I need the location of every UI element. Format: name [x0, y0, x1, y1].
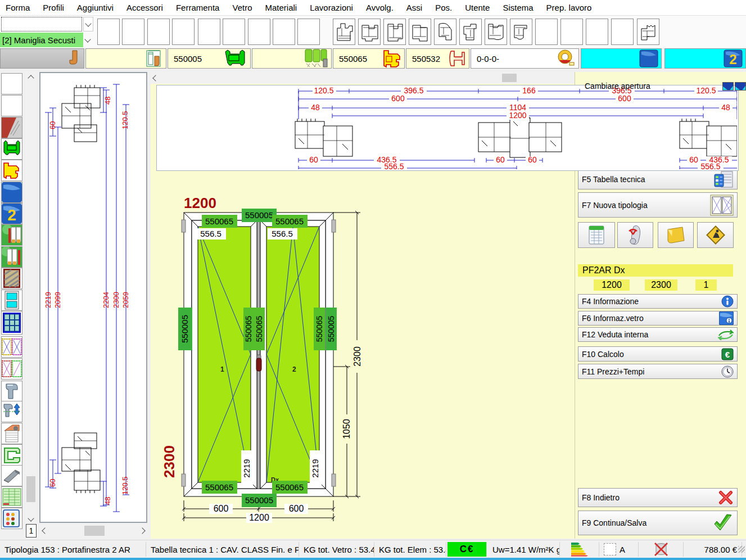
f12-veduta-interna-button[interactable]: F12 Veduta interna	[578, 327, 738, 342]
toolbar-slot-13[interactable]	[611, 19, 634, 45]
profile-label-left-jamb[interactable]: 550005	[178, 308, 192, 350]
toolbar-profile-section-7[interactable]	[485, 19, 507, 45]
sidebar-item-blank-1[interactable]	[1, 73, 22, 94]
sidebar-item-typology-a[interactable]	[1, 336, 22, 358]
profile-label-bottom-sash-right[interactable]: 550065	[272, 481, 308, 494]
toolbar-slot-11[interactable]	[560, 19, 583, 45]
report-button[interactable]	[578, 222, 615, 248]
width-field[interactable]: 1200	[594, 279, 630, 291]
toolbar-profile-section-8[interactable]	[510, 19, 532, 45]
scrollbar-thumb[interactable]	[502, 74, 517, 82]
menu-ferramenta[interactable]: Ferramenta	[176, 3, 220, 12]
energy-class-cell[interactable]: A	[599, 542, 639, 557]
toolbar-slot-9[interactable]	[297, 19, 320, 45]
scroll-down-button[interactable]	[26, 514, 36, 524]
profile-label-mid-left[interactable]: 550065	[243, 308, 254, 350]
sidebar-item-window-grid[interactable]	[1, 311, 22, 335]
sidebar-item-sash-profile[interactable]	[1, 160, 22, 181]
panel-header[interactable]: Cambiare apertura	[585, 81, 746, 91]
toolbar-slot-6[interactable]	[223, 19, 245, 45]
profile-bar-glass2-cell[interactable]: 2	[664, 48, 746, 69]
profile-bar-glass-cell[interactable]	[581, 48, 662, 69]
f4-informazione-button[interactable]: F4 Informazione	[578, 294, 738, 309]
sidebar-scrollbar[interactable]	[26, 72, 36, 524]
toolbar-profile-section-6[interactable]	[459, 19, 482, 45]
sidebar-item-pvc-profile[interactable]	[1, 117, 22, 138]
profile-bar-sash-cell[interactable]: 550065	[333, 48, 405, 69]
menu-profili[interactable]: Profili	[43, 3, 64, 12]
accessory-combo-input[interactable]	[1, 17, 82, 31]
menu-aggiuntivi[interactable]: Aggiuntivi	[77, 3, 114, 12]
menu-prep-lavoro[interactable]: Prep. lavoro	[546, 3, 592, 12]
sidebar-item-panel-group-a[interactable]	[1, 224, 22, 246]
menu-vetro[interactable]: Vetro	[232, 3, 252, 12]
sidebar-item-glass[interactable]	[1, 182, 22, 203]
sidebar-item-panel-group-b[interactable]	[1, 246, 22, 268]
typology-code-field[interactable]: PF2AR Dx	[578, 264, 733, 277]
profile-label-bottom-frame[interactable]: 550005	[242, 494, 277, 507]
toolbar-slot-5[interactable]	[198, 19, 220, 45]
sash-1[interactable]: 1	[192, 220, 257, 489]
scroll-up-button[interactable]	[26, 72, 36, 82]
menu-accessori[interactable]: Accessori	[126, 3, 163, 12]
menu-assi[interactable]: Assi	[406, 3, 422, 12]
page-number-box[interactable]: 1	[26, 524, 37, 538]
f6-informazioni-vetro-button[interactable]: F6 Informaz.vetro	[578, 311, 738, 326]
section-view-scrollbar[interactable]	[39, 524, 147, 538]
toolbar-slot-3[interactable]	[147, 19, 170, 45]
toolbar-slot-2[interactable]	[122, 19, 144, 45]
profile-label-top-frame[interactable]: 550005	[242, 209, 277, 222]
scrollbar-thumb[interactable]	[84, 526, 105, 536]
f9-continua-salva-button[interactable]: F9 Continua/Salva	[578, 511, 738, 535]
toolbar-profile-section-2[interactable]	[358, 19, 381, 45]
toolbar-profile-section-3[interactable]	[383, 19, 406, 45]
scroll-left-button[interactable]	[151, 72, 160, 84]
sidebar-item-sheet-metal[interactable]	[1, 465, 22, 486]
no-roller-cell[interactable]	[639, 542, 684, 557]
height-field[interactable]: 2300	[645, 279, 677, 291]
certificate-button[interactable]	[617, 222, 653, 248]
f8-indietro-button[interactable]: F8 Indietro	[578, 488, 738, 507]
profile-label-top-sash-left[interactable]: 550065	[202, 215, 237, 228]
profile-bar-spacer-cell[interactable]: 0-0-0-	[471, 48, 579, 69]
toolbar-profile-section-9[interactable]	[637, 19, 659, 45]
profile-label-right-stile[interactable]: 550065	[314, 308, 325, 350]
accessory-combo-dropdown-button[interactable]	[83, 17, 93, 31]
toolbar-slot-4[interactable]	[172, 19, 195, 45]
sidebar-item-profile-outline[interactable]	[1, 444, 22, 466]
f10-calcolo-button[interactable]: F10 Calcolo €	[578, 346, 738, 362]
sidebar-item-typology-b[interactable]	[1, 358, 22, 380]
sidebar-item-handle[interactable]	[1, 381, 22, 402]
scroll-right-button[interactable]	[138, 524, 147, 538]
profile-bar-door-cell[interactable]	[85, 48, 166, 69]
toolbar-slot-7[interactable]	[248, 19, 270, 45]
sidebar-item-window-cyan[interactable]	[1, 290, 22, 311]
f11-prezzi-tempi-button[interactable]: F11 Prezzi+Tempi	[578, 364, 738, 379]
toolbar-profile-section-1[interactable]	[333, 19, 355, 45]
toolbar-slot-8[interactable]	[273, 19, 295, 45]
vertical-section-view[interactable]: 60 48 120.5 60 48 120.5 2219 2099 2204 2…	[39, 72, 147, 523]
menu-materiali[interactable]: Materiali	[265, 3, 297, 12]
menu-forma[interactable]: Forma	[6, 3, 30, 12]
canvas-scrollbar[interactable]	[151, 72, 582, 84]
sidebar-item-color-chart[interactable]	[1, 508, 22, 529]
f7-nuova-tipologia-button[interactable]: F7 Nuova tipologia	[578, 192, 738, 218]
toolbar-slot-10[interactable]	[535, 19, 558, 45]
resize-grip[interactable]	[738, 546, 745, 553]
profile-label-mid-right[interactable]: 550065	[254, 308, 265, 350]
note-button[interactable]	[658, 222, 694, 248]
toolbar-slot-1[interactable]	[97, 19, 120, 45]
menu-lavorazioni[interactable]: Lavorazioni	[310, 3, 353, 12]
profile-label-bottom-sash-left[interactable]: 550065	[202, 481, 237, 494]
sidebar-item-cutting-list[interactable]	[1, 486, 22, 508]
sidebar-item-blank-2[interactable]	[1, 95, 22, 116]
sidebar-item-panel-hatched[interactable]	[1, 268, 22, 289]
menu-sistema[interactable]: Sistema	[503, 3, 533, 12]
profile-label-right-jamb[interactable]: 550005	[325, 308, 337, 350]
profile-label-top-sash-right[interactable]: 550065	[272, 215, 308, 228]
accessory-combo-selected-item[interactable]: [2] Maniglia Secusti	[0, 33, 83, 47]
quantity-field[interactable]: 1	[695, 279, 717, 291]
sash-2[interactable]: 2 Dx	[260, 220, 325, 489]
toolbar-slot-12[interactable]	[586, 19, 608, 45]
handle[interactable]	[256, 355, 261, 371]
